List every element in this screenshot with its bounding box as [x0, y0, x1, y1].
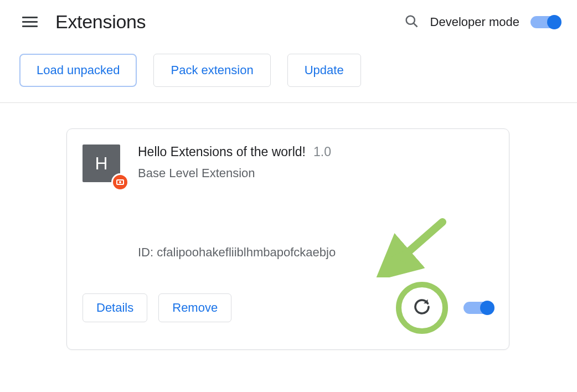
extension-name: Hello Extensions of the world!	[138, 145, 306, 159]
update-button[interactable]: Update	[287, 54, 361, 87]
pack-extension-button[interactable]: Pack extension	[153, 54, 270, 87]
developer-mode-toggle[interactable]	[530, 16, 560, 28]
extension-enable-toggle[interactable]	[463, 302, 493, 314]
reload-icon[interactable]	[412, 297, 432, 319]
extension-id: ID: cfalipoohakefliiblhmbapofckaebjo	[138, 245, 493, 260]
developer-mode-label: Developer mode	[430, 15, 519, 29]
page-title: Extensions	[55, 11, 146, 33]
details-button[interactable]: Details	[83, 293, 147, 322]
extension-card: H Hello Extensions of the world! 1.0 Bas…	[66, 128, 509, 350]
extension-version: 1.0	[313, 145, 331, 159]
reload-highlight-annotation	[396, 282, 448, 334]
search-icon[interactable]	[404, 13, 419, 31]
svg-point-0	[406, 16, 414, 24]
extension-icon: H	[83, 145, 122, 184]
svg-line-1	[414, 23, 417, 27]
remove-button[interactable]: Remove	[158, 293, 231, 322]
unpacked-badge-icon	[111, 173, 129, 191]
hamburger-menu-icon[interactable]	[22, 12, 42, 32]
extension-description: Base Level Extension	[138, 166, 493, 180]
load-unpacked-button[interactable]: Load unpacked	[19, 54, 137, 87]
